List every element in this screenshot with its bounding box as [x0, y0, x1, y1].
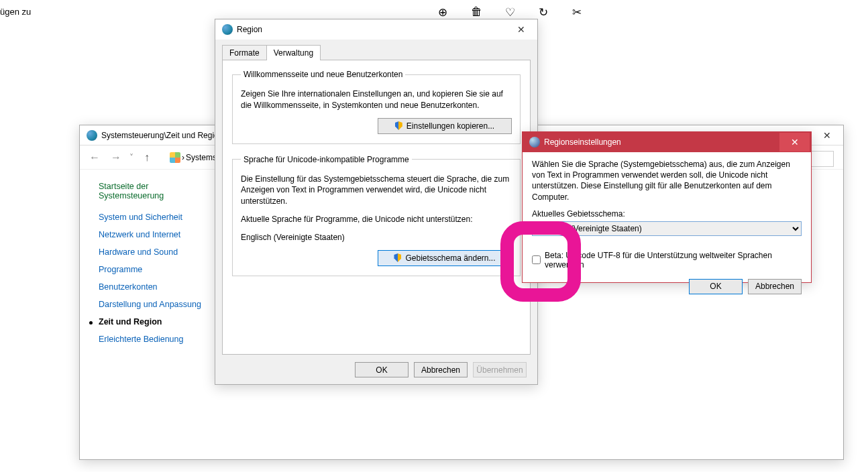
locale-dropdown[interactable]: Englisch (Vereinigte Staaten) [532, 221, 802, 236]
region-footer: OK Abbrechen Übernehmen [355, 362, 527, 377]
region-apply-button[interactable]: Übernehmen [473, 362, 527, 377]
trash-icon[interactable]: 🗑 [470, 5, 483, 19]
region-title: Region [237, 25, 506, 34]
uac-shield-icon [394, 253, 401, 262]
region-ok-button[interactable]: OK [355, 362, 409, 377]
utf8-beta-checkbox[interactable] [532, 255, 541, 264]
rotate-icon[interactable]: ↻ [537, 5, 550, 19]
locale-title: Regionseinstellungen [544, 137, 779, 147]
tab-formate[interactable]: Formate [222, 45, 267, 60]
region-tabpanel: Willkommensseite und neue Benutzerkonten… [222, 60, 531, 355]
region-titlebar[interactable]: Region ✕ [215, 19, 537, 40]
crop-icon[interactable]: ✂ [570, 5, 584, 19]
change-locale-button-label: Gebietsschema ändern... [405, 253, 495, 263]
region-icon [222, 24, 233, 35]
locale-settings-dialog: Regionseinstellungen ✕ Wählen Sie die Sp… [522, 131, 812, 283]
locale-dropdown-label: Aktuelles Gebietsschema: [532, 209, 802, 219]
sidebar-item-network-internet[interactable]: Netzwerk und Internet [99, 230, 214, 239]
uac-shield-icon [395, 121, 402, 130]
nav-back-icon[interactable]: ← [87, 152, 103, 164]
locale-ok-button[interactable]: OK [689, 279, 743, 294]
sidebar-item-clock-region[interactable]: Zeit und Region [99, 317, 214, 327]
sidebar-item-system-security[interactable]: System und Sicherheit [99, 213, 214, 222]
welcome-group-legend: Willkommensseite und neue Benutzerkonten [241, 70, 405, 79]
heart-icon[interactable]: ♡ [503, 5, 517, 19]
copy-settings-button-label: Einstellungen kopieren... [406, 121, 494, 131]
sidebar-heading[interactable]: Startseite der Systemsteuerung [99, 182, 214, 200]
sidebar-item-appearance[interactable]: Darstellung und Anpassung [99, 300, 214, 309]
tab-verwaltung[interactable]: Verwaltung [266, 45, 321, 60]
region-dialog: Region ✕ Formate Verwaltung Willkommenss… [215, 19, 538, 385]
control-panel-sidebar: Startseite der Systemsteuerung System un… [80, 170, 214, 352]
locale-titlebar[interactable]: Regionseinstellungen ✕ [523, 132, 811, 152]
copy-settings-button[interactable]: Einstellungen kopieren... [378, 118, 512, 134]
locale-close-button[interactable]: ✕ [779, 133, 810, 152]
welcome-group-desc: Zeigen Sie Ihre internationalen Einstell… [241, 88, 512, 111]
nav-up-icon[interactable]: ↑ [139, 152, 155, 164]
change-locale-button[interactable]: Gebietsschema ändern... [378, 250, 512, 266]
image-toolbar: ⊕ 🗑 ♡ ↻ ✂ [436, 5, 584, 19]
locale-cancel-button[interactable]: Abbrechen [748, 279, 802, 294]
sidebar-item-user-accounts[interactable]: Benutzerkonten [99, 282, 214, 292]
nav-forward-icon[interactable]: → [108, 152, 124, 164]
toolbar-text-fragment: ügen zu [0, 7, 31, 17]
region-cancel-button[interactable]: Abbrechen [414, 362, 468, 377]
welcome-group: Willkommensseite und neue Benutzerkonten… [232, 70, 521, 144]
locale-icon [529, 137, 540, 148]
current-locale-value: Englisch (Vereinigte Staaten) [241, 232, 512, 243]
zoom-in-icon[interactable]: ⊕ [436, 5, 449, 19]
region-close-button[interactable]: ✕ [506, 20, 536, 39]
sidebar-item-ease-of-access[interactable]: Erleichterte Bedienung [99, 335, 214, 344]
control-panel-icon [87, 130, 97, 141]
nonunicode-group: Sprache für Unicode-inkompatible Program… [232, 155, 521, 276]
region-tabs: Formate Verwaltung [222, 45, 544, 60]
sidebar-item-programs[interactable]: Programme [99, 265, 214, 274]
sidebar-item-hardware-sound[interactable]: Hardware und Sound [99, 247, 214, 257]
current-locale-label: Aktuelle Sprache für Programme, die Unic… [241, 214, 512, 225]
utf8-beta-label[interactable]: Beta: Unicode UTF-8 für die Unterstützun… [545, 251, 802, 270]
locale-desc: Wählen Sie die Sprache (Systemgebietssch… [532, 159, 802, 202]
nav-dropdown-icon[interactable]: ˅ [129, 153, 133, 162]
close-button[interactable]: ✕ [812, 126, 842, 145]
breadcrumb-sep: › [182, 153, 184, 162]
nonunicode-group-legend: Sprache für Unicode-inkompatible Program… [241, 155, 412, 164]
nonunicode-group-desc: Die Einstellung für das Systemgebietssch… [241, 174, 512, 207]
control-panel-small-icon [170, 152, 180, 163]
